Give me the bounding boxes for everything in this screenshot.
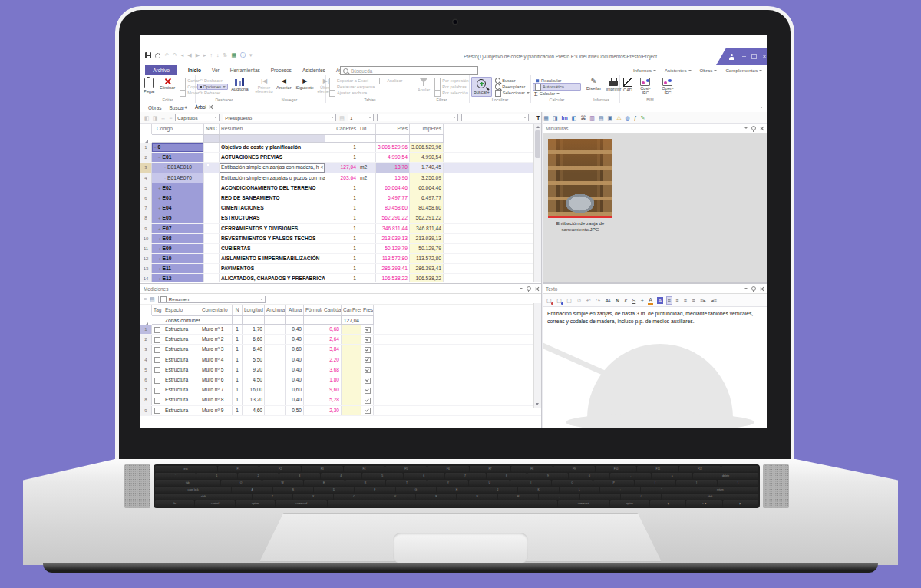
toolbar-icon[interactable]: ◧	[144, 114, 150, 121]
user-icon[interactable]	[728, 54, 735, 60]
format-icon[interactable]: ▢	[566, 297, 573, 304]
tab-inicio[interactable]: Inicio	[188, 65, 201, 76]
disenar-button[interactable]: ✎Diseñar	[585, 77, 602, 97]
col-formula[interactable]: Fórmula	[304, 305, 322, 315]
budget-scrollbar[interactable]	[533, 124, 541, 282]
view-toolbar-icon[interactable]: ƒ	[634, 114, 637, 121]
menu-obras[interactable]: Obras	[700, 68, 718, 73]
toolbar-icon[interactable]: ◨	[153, 114, 158, 121]
tree-marker-icon[interactable]: ·	[164, 163, 166, 172]
cell-tag[interactable]	[152, 355, 163, 365]
budget-row[interactable]: 1 −0 Objetivo de coste y planificación 1…	[140, 143, 533, 153]
col-resumen[interactable]: Resumen	[220, 124, 325, 134]
cell-tag[interactable]	[152, 345, 163, 354]
cell-tag[interactable]	[152, 385, 163, 395]
filter-natc[interactable]	[204, 134, 220, 143]
doc-tab-buscar[interactable]: Buscar+	[169, 103, 187, 112]
format-icon[interactable]: ≡	[667, 297, 672, 304]
view-toolbar-icon[interactable]: ◍	[625, 114, 629, 121]
view-toolbar-icon[interactable]: ◧	[572, 114, 577, 121]
recalcular-button[interactable]: Recalcular	[533, 78, 581, 83]
tab-ver[interactable]: Ver	[212, 65, 220, 75]
tag-checkbox[interactable]	[154, 378, 160, 384]
pin-icon[interactable]	[751, 126, 756, 130]
save-icon[interactable]	[145, 52, 151, 58]
tag-checkbox[interactable]	[154, 388, 160, 394]
filter-pres[interactable]	[376, 134, 410, 143]
tree-marker-icon[interactable]: −	[158, 153, 161, 162]
cell-tag[interactable]	[152, 375, 163, 385]
doc-tab-arbol[interactable]: Árbol	[195, 103, 213, 113]
close-tab-icon[interactable]	[209, 105, 213, 109]
budget-row[interactable]: 9 +E07 CERRAMIENTOS Y DIVISIONES 1 346.8…	[140, 224, 533, 234]
tag-checkbox[interactable]	[154, 398, 160, 404]
resumen-filter-select[interactable]: Resumen	[158, 296, 266, 303]
pin-icon[interactable]	[751, 286, 756, 291]
view-toolbar-icon[interactable]: ▦	[543, 114, 549, 121]
format-icon[interactable]: ≡	[675, 297, 679, 304]
close-panel-icon[interactable]	[760, 287, 764, 291]
maximize-icon[interactable]	[751, 54, 757, 59]
menu-informes[interactable]: Informes	[633, 68, 656, 73]
format-icon[interactable]: ↶	[586, 297, 592, 304]
budget-row[interactable]: 4 ·E01AE070 Entibación simple en zapatas…	[140, 173, 533, 183]
scroll-down-icon[interactable]	[536, 403, 539, 405]
tab-herramientas[interactable]: Herramientas	[230, 65, 260, 75]
pres-checkbox[interactable]	[365, 357, 371, 363]
col-ud[interactable]: Ud	[358, 124, 376, 134]
close-panel-icon[interactable]	[535, 287, 539, 291]
seleccionar-button[interactable]: Seleccionar	[494, 90, 531, 96]
toolbar-icon[interactable]: ↔	[160, 114, 166, 121]
texto-content[interactable]: Entibación simple en zanjas, de hasta 3 …	[543, 307, 767, 329]
medic-icon-2[interactable]: ▤	[150, 296, 155, 302]
texto-editor[interactable]: Entibación simple en zanjas, de hasta 3 …	[543, 307, 767, 428]
tag-checkbox[interactable]	[154, 327, 160, 333]
filter-canpres[interactable]	[325, 134, 358, 143]
auditoria-button[interactable]: Auditoría	[229, 77, 249, 97]
pres-checkbox[interactable]	[365, 347, 371, 353]
quick-access-icon[interactable]: ▾	[249, 52, 253, 58]
anular-button[interactable]: Anular	[416, 77, 431, 97]
level-select[interactable]: 1	[348, 114, 374, 121]
capitulos-select[interactable]: Capítulos	[175, 114, 220, 121]
format-icon[interactable]: ↷	[595, 297, 601, 304]
por-seleccion-button[interactable]: Por selección	[433, 90, 470, 96]
format-icon[interactable]: A¹	[605, 297, 612, 304]
pres-checkbox[interactable]	[365, 388, 371, 394]
format-icon[interactable]: ≡	[683, 297, 688, 304]
col-natc[interactable]: NatC	[204, 124, 220, 134]
budget-row[interactable]: 10 +E08 REVESTIMIENTOS Y FALSOS TECHOS 1…	[140, 234, 533, 244]
col-espacio[interactable]: Espacio	[163, 305, 200, 315]
pres-checkbox[interactable]	[365, 378, 371, 384]
panel-menu-icon[interactable]	[744, 127, 748, 129]
deshacer-button[interactable]: ↶Deshacer	[197, 78, 228, 84]
medicion-row[interactable]: 1 Estructura Muro nº 1 1 1,70 0,40 0,68	[140, 325, 542, 335]
ajustar-anchura-button[interactable]: Ajustar anchura	[328, 90, 376, 96]
cost-ifc-button[interactable]: Cost-IFC	[635, 77, 655, 97]
view-toolbar-icon[interactable]: ⚠	[616, 114, 621, 121]
medicion-row[interactable]: 3 Estructura Muro nº 3 1 6,40 0,60 3,84	[140, 345, 542, 355]
budget-row[interactable]: 7 +E04 CIMENTACIONES 1 80.458,60 80.458,…	[140, 203, 533, 213]
pres-checkbox[interactable]	[365, 337, 371, 343]
col-pres[interactable]: Pres	[376, 124, 410, 134]
col-altura[interactable]: Altura	[286, 305, 304, 315]
view-toolbar-icon[interactable]: Im	[562, 114, 568, 121]
tag-checkbox[interactable]	[154, 337, 160, 343]
filter-imppres[interactable]	[410, 134, 444, 143]
budget-row[interactable]: 13 +E11 PAVIMENTOS 1 286.393,41 286.393,…	[140, 264, 533, 274]
medic-icon-1[interactable]: ≡	[144, 296, 147, 302]
quick-access-icon[interactable]: ⇅	[223, 52, 228, 58]
scroll-up-icon[interactable]	[536, 126, 540, 128]
mediciones-scrollbar[interactable]	[533, 303, 541, 408]
quick-access-icon[interactable]: ↷	[173, 52, 177, 58]
medicion-row[interactable]: 2 Estructura Muro nº 2 1 6,60 0,40 2,64	[140, 335, 542, 345]
filter-resumen[interactable]	[220, 134, 325, 143]
pin-icon[interactable]	[527, 286, 531, 291]
budget-row[interactable]: 12 +E10 AISLAMIENTO E IMPERMEABILIZACIÓN…	[140, 254, 533, 264]
toolbar-icon[interactable]: ≡	[169, 114, 172, 121]
cell-tag[interactable]	[152, 365, 163, 375]
pegar-button[interactable]: Pegar	[142, 77, 157, 97]
col-tag[interactable]: Tag	[152, 305, 163, 315]
quick-access-icon[interactable]: ⓘ	[240, 52, 246, 58]
filter-codigo[interactable]	[152, 134, 204, 143]
